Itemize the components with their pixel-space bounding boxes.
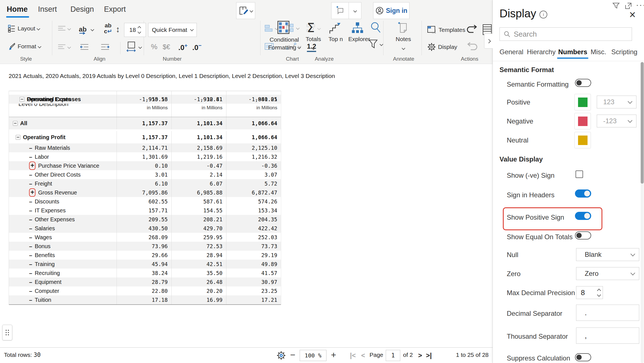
row-height-icon[interactable]: ↕ (116, 25, 120, 34)
visual-filter-icon[interactable] (612, 2, 620, 11)
totals-label[interactable]: Totals (303, 36, 324, 51)
null-dropdown[interactable]: Blank (576, 248, 639, 261)
value-cell[interactable]: 30.97 (226, 277, 281, 286)
next-page-button[interactable]: > (418, 352, 422, 359)
format-button[interactable]: Format (8, 42, 41, 50)
table-row[interactable]: –Raw Materials2,114.712,158.692,125.10 (9, 143, 281, 152)
show-positive-sign-toggle[interactable] (575, 212, 591, 220)
tab-export[interactable]: Export (104, 5, 126, 14)
value-cell[interactable]: 429.70 (171, 224, 226, 233)
panel-tab-scripting[interactable]: Scripting (611, 48, 637, 56)
top-n-button[interactable] (329, 22, 341, 36)
table-row[interactable]: –Other Direct Costs3.012.143.07 (9, 170, 281, 179)
indent-button[interactable] (101, 44, 110, 51)
suppress-calculation-toggle[interactable] (575, 353, 591, 361)
table-row[interactable]: –Discounts602.55587.61574.26 (9, 197, 281, 206)
zoom-level-box[interactable]: 100 % (300, 350, 326, 361)
zoom-out-button[interactable]: − (290, 350, 295, 360)
value-cell[interactable]: 17.18 (117, 295, 171, 304)
semantic-formatting-toggle[interactable] (575, 79, 591, 87)
explorer-label[interactable]: Explorer (347, 36, 372, 42)
last-page-button[interactable]: >| (426, 352, 432, 359)
page-input[interactable]: 1 (386, 350, 400, 361)
value-cell[interactable]: 0.10 (117, 161, 171, 170)
value-cell[interactable]: 6,985.88 (171, 188, 226, 197)
value-cell[interactable]: 16.99 (171, 295, 226, 304)
value-cell[interactable]: 1,101.34 (171, 117, 226, 129)
table-row[interactable]: –Recruiting38.2435.5041.57 (9, 269, 281, 277)
table-row[interactable]: Operating Profit1,157.371,101.341,066.64 (9, 131, 281, 143)
show-neg-sign-checkbox[interactable] (576, 170, 583, 178)
table-row[interactable]: –Other Expenses209.55208.21204.35 (9, 215, 281, 224)
sign-in-button[interactable]: Sign in (373, 2, 409, 19)
value-cell[interactable]: 2,125.10 (226, 143, 281, 152)
search-zoom-button[interactable] (370, 21, 382, 35)
notes-button[interactable] (396, 21, 409, 35)
edit-mode-button[interactable] (236, 2, 255, 19)
decrease-decimal-button[interactable]: .0− (192, 42, 202, 52)
more-options-icon[interactable]: ··· (636, 0, 644, 10)
value-cell[interactable]: 73.96 (117, 242, 171, 251)
font-size-stepper[interactable]: 18 (124, 23, 146, 37)
top-n-label[interactable]: Top n (326, 36, 345, 42)
show-equal-on-totals-toggle[interactable] (575, 231, 591, 239)
outdent-button[interactable] (80, 44, 89, 51)
close-panel-button[interactable]: × (629, 8, 636, 21)
positive-format-dropdown[interactable]: 123 (597, 96, 636, 108)
value-cell[interactable]: 72.53 (171, 242, 226, 251)
value-cell[interactable]: 28.94 (171, 251, 226, 260)
value-cell[interactable]: 42.51 (171, 260, 226, 269)
explorer-button[interactable] (351, 22, 364, 36)
display-button[interactable]: Display (427, 42, 457, 51)
value-cell[interactable]: 1,157.37 (117, 117, 171, 129)
collapse-icon[interactable] (16, 135, 20, 140)
comment-dropdown-button[interactable] (349, 2, 361, 19)
drag-handle[interactable] (2, 325, 12, 340)
value-cell[interactable]: 22.80 (117, 286, 171, 295)
value-cell[interactable]: -955.16 (117, 95, 171, 104)
table-row[interactable]: All1,157.371,101.341,066.64 (9, 117, 281, 129)
value-cell[interactable]: 3.07 (226, 170, 281, 179)
stepper-down-icon[interactable] (597, 293, 601, 296)
value-cell[interactable]: -940.25 (226, 95, 281, 104)
positive-color-swatch[interactable] (574, 94, 591, 110)
conditional-formatting-label[interactable]: Conditional Formatting (264, 36, 304, 52)
value-cell[interactable]: 41.57 (226, 269, 281, 277)
value-cell[interactable]: 6.07 (171, 179, 226, 188)
table-row[interactable]: –Bonus73.9672.5373.73 (9, 242, 281, 251)
table-row[interactable]: –Labor1,301.691,219.161,216.32 (9, 152, 281, 161)
value-cell[interactable]: 2,114.71 (117, 143, 171, 152)
value-cell[interactable]: 29.66 (117, 251, 171, 260)
undo-button[interactable] (466, 25, 478, 36)
value-cell[interactable]: 28.79 (117, 277, 171, 286)
panel-tab-hierarchy[interactable]: Hierarchy (527, 48, 556, 56)
horizontal-align-button[interactable] (58, 44, 70, 50)
notes-label[interactable]: Notes (391, 36, 415, 51)
value-cell[interactable]: 430.50 (117, 224, 171, 233)
first-page-button[interactable]: |< (350, 352, 356, 359)
value-cell[interactable]: 45.94 (117, 260, 171, 269)
max-decimal-precision-stepper[interactable]: 8 (576, 286, 603, 299)
table-row[interactable]: –Training45.9442.5149.89 (9, 260, 281, 269)
zero-dropdown[interactable]: Zero (576, 267, 639, 280)
value-cell[interactable]: 73.73 (226, 242, 281, 251)
value-cell[interactable]: 1,301.69 (117, 152, 171, 161)
value-cell[interactable]: -0.36 (226, 161, 281, 170)
table-row[interactable]: –Equipment28.7926.4830.97 (9, 277, 281, 286)
filter-button[interactable] (368, 39, 383, 49)
value-cell[interactable]: 422.42 (226, 224, 281, 233)
negative-color-swatch[interactable] (574, 113, 591, 129)
add-comment-button[interactable] (331, 2, 349, 19)
tab-home[interactable]: Home (7, 5, 28, 14)
value-cell[interactable]: 1,157.37 (117, 131, 171, 143)
value-cell[interactable]: 157.71 (117, 206, 171, 215)
value-cell[interactable]: 35.50 (171, 269, 226, 277)
value-cell[interactable]: -932.81 (171, 95, 226, 104)
decimal-separator-input[interactable]: . (576, 305, 639, 321)
value-cell[interactable]: 49.89 (226, 260, 281, 269)
table-row[interactable]: –Tuition17.1816.9917.21 (9, 295, 281, 304)
value-cell[interactable]: 1,066.64 (226, 117, 281, 129)
expand-icon-highlighted[interactable]: + (29, 188, 35, 197)
templates-button[interactable]: Templates (427, 26, 465, 34)
value-cell[interactable]: 587.61 (171, 197, 226, 206)
